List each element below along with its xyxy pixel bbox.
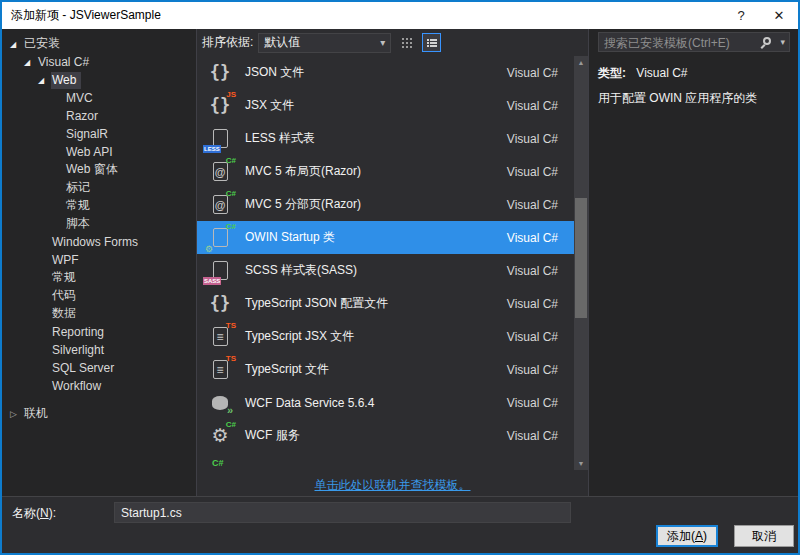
find-templates-online-link[interactable]: 单击此处以联机并查找模板。	[315, 477, 471, 494]
sidebar-item[interactable]: 代码	[2, 287, 196, 305]
template-item[interactable]: @ C# MVC 5 布局页(Razor) Visual C#	[197, 155, 574, 188]
tree-expander-icon[interactable]	[10, 40, 23, 49]
sidebar-item-label: Silverlight	[51, 342, 109, 359]
sidebar-item[interactable]: Silverlight	[2, 341, 196, 359]
template-language: Visual C#	[507, 330, 558, 344]
sidebar-item[interactable]: Windows Forms	[2, 233, 196, 251]
sort-by-dropdown[interactable]: 默认值 ▾	[258, 33, 391, 53]
vertical-scrollbar[interactable]: ▲ ▼	[574, 56, 588, 470]
jsx-icon: {} JS	[207, 93, 233, 119]
icon-badge: C#	[226, 157, 236, 165]
template-language: Visual C#	[507, 429, 558, 443]
template-name: TypeScript JSON 配置文件	[245, 295, 507, 312]
sidebar-item-label: Razor	[65, 108, 103, 125]
template-type-row: 类型: Visual C#	[598, 65, 790, 82]
ts-icon: ≡ TS	[207, 357, 233, 383]
icon-glyph: {}	[210, 293, 230, 313]
sidebar-item-label: MVC	[65, 90, 98, 107]
search-chevron-down-icon[interactable]: ▾	[780, 37, 785, 47]
template-language: Visual C#	[507, 132, 558, 146]
razor-icon: @ C#	[207, 192, 233, 218]
help-icon: ?	[737, 8, 744, 23]
sidebar-item[interactable]: WPF	[2, 251, 196, 269]
template-language: Visual C#	[507, 198, 558, 212]
template-item[interactable]: @ C# MVC 5 分部页(Razor) Visual C#	[197, 188, 574, 221]
sidebar-item-label: 脚本	[65, 214, 95, 234]
scroll-up-icon[interactable]: ▲	[574, 59, 588, 66]
sidebar-item-label: Workflow	[51, 378, 106, 395]
template-item[interactable]: ⚙ C# WCF 服务 Visual C#	[197, 419, 574, 452]
sidebar-item-label: Windows Forms	[51, 234, 143, 251]
dot-grid-icon	[402, 38, 404, 40]
template-item[interactable]: C#	[197, 452, 574, 470]
list-view-button[interactable]	[422, 33, 441, 52]
cancel-button[interactable]: 取消	[734, 525, 794, 547]
sidebar-item[interactable]: 常规	[2, 269, 196, 287]
template-name: OWIN Startup 类	[245, 229, 507, 246]
close-button[interactable]: ✕	[760, 2, 798, 29]
search-input[interactable]	[599, 34, 789, 52]
sidebar-item[interactable]: 数据	[2, 305, 196, 323]
sidebar-item[interactable]: Reporting	[2, 323, 196, 341]
template-item[interactable]: WCF Data Service 5.6.4 Visual C#	[197, 386, 574, 419]
sidebar-item[interactable]: 脚本	[2, 215, 196, 233]
template-item[interactable]: {} TypeScript JSON 配置文件 Visual C#	[197, 287, 574, 320]
template-item[interactable]: {} JS JSX 文件 Visual C#	[197, 89, 574, 122]
sidebar-item[interactable]: 已安装	[2, 35, 196, 53]
template-item[interactable]: SASS SCSS 样式表(SASS) Visual C#	[197, 254, 574, 287]
template-language: Visual C#	[507, 264, 558, 278]
icon-badge: TS	[226, 322, 236, 330]
scrollbar-thumb[interactable]	[575, 198, 587, 318]
template-name: MVC 5 分部页(Razor)	[245, 196, 507, 213]
sidebar-item[interactable]: Visual C#	[2, 53, 196, 71]
icon-badge: C#	[226, 190, 236, 198]
tree-expander-icon[interactable]	[10, 409, 23, 419]
online-link-row: 单击此处以联机并查找模板。	[197, 470, 588, 496]
sidebar-item[interactable]: 联机	[2, 405, 196, 423]
scroll-down-icon[interactable]: ▼	[574, 460, 588, 467]
template-description: 用于配置 OWIN 应用程序的类	[598, 91, 790, 107]
sidebar-item-label: Web	[51, 72, 81, 89]
file-name-input[interactable]	[114, 502, 571, 523]
template-item[interactable]: LESS LESS 样式表 Visual C#	[197, 122, 574, 155]
small-icons-view-button[interactable]	[397, 33, 416, 52]
icon-glyph: ≡	[213, 360, 228, 379]
template-language: Visual C#	[507, 396, 558, 410]
sidebar-item[interactable]: Web 窗体	[2, 161, 196, 179]
name-label: 名称(N):	[12, 505, 56, 522]
sidebar-item[interactable]: SQL Server	[2, 359, 196, 377]
tree-expander-icon[interactable]	[24, 58, 37, 67]
template-item[interactable]: C# OWIN Startup 类 Visual C#	[197, 221, 574, 254]
sidebar-item-label: 代码	[51, 286, 81, 306]
sidebar-item[interactable]: Workflow	[2, 377, 196, 395]
sidebar-item[interactable]: Web API	[2, 143, 196, 161]
sidebar-item-label: 常规	[65, 196, 95, 216]
template-name: SCSS 样式表(SASS)	[245, 262, 507, 279]
template-language: Visual C#	[507, 297, 558, 311]
sidebar-item[interactable]: Web	[2, 71, 196, 89]
sidebar-item[interactable]: 标记	[2, 179, 196, 197]
sidebar-item[interactable]: MVC	[2, 89, 196, 107]
sidebar-item[interactable]: 常规	[2, 197, 196, 215]
tree-expander-icon[interactable]	[38, 76, 51, 85]
add-button[interactable]: 添加(A)	[656, 525, 718, 547]
sort-toolbar: 排序依据: 默认值 ▾	[197, 29, 588, 56]
sidebar-item[interactable]: Razor	[2, 107, 196, 125]
sidebar-item-label: WPF	[51, 252, 84, 269]
template-name: MVC 5 布局页(Razor)	[245, 163, 507, 180]
template-item[interactable]: ≡ TS TypeScript 文件 Visual C#	[197, 353, 574, 386]
json-icon: {}	[207, 291, 233, 317]
search-box: ▾	[598, 32, 790, 52]
template-language: Visual C#	[507, 165, 558, 179]
category-tree: 已安装 Visual C# Web MVC	[2, 35, 196, 423]
template-item[interactable]: ≡ TS TypeScript JSX 文件 Visual C#	[197, 320, 574, 353]
icon-glyph: @	[213, 162, 228, 181]
template-list-viewport: {} JSON 文件 Visual C# {} JS	[197, 56, 588, 470]
template-item[interactable]: {} JSON 文件 Visual C#	[197, 56, 574, 89]
icon-badge: C#	[226, 421, 236, 429]
search-icon[interactable]	[763, 37, 771, 45]
sidebar-item-label: 已安装	[23, 34, 65, 54]
sidebar-item[interactable]: SignalR	[2, 125, 196, 143]
help-button[interactable]: ?	[722, 2, 760, 29]
category-panel: 已安装 Visual C# Web MVC	[2, 29, 196, 496]
